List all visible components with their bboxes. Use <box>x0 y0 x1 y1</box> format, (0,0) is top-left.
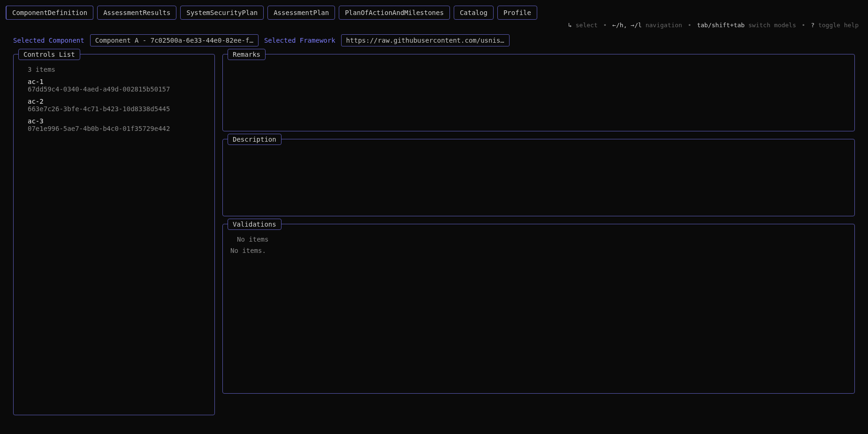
selected-framework-dropdown[interactable]: https://raw.githubusercontent.com/usnis… <box>341 34 510 46</box>
description-title: Description <box>228 134 282 145</box>
remarks-panel: Remarks <box>222 54 855 131</box>
remarks-title: Remarks <box>228 49 266 60</box>
tab-componentdefinition[interactable]: ComponentDefinition <box>6 6 93 20</box>
selector-row: Selected Component Component A - 7c02500… <box>6 34 862 46</box>
validations-count: No items <box>230 236 847 243</box>
left-column: Controls List 3 items ac-1 67dd59c4-0340… <box>13 54 215 415</box>
controls-count: 3 items <box>21 66 207 73</box>
control-item[interactable]: ac-1 67dd59c4-0340-4aed-a49d-002815b5015… <box>21 77 207 97</box>
hint-nav-label: navigation <box>646 22 682 29</box>
tab-assessmentresults[interactable]: AssessmentResults <box>97 6 176 20</box>
tab-planofactionandmilestones[interactable]: PlanOfActionAndMilestones <box>339 6 450 20</box>
validations-title: Validations <box>228 219 282 230</box>
hint-separator: • <box>688 22 692 29</box>
hint-select-label: select <box>576 22 598 29</box>
validations-panel: Validations No items No items. <box>222 224 855 394</box>
tab-systemsecurityplan[interactable]: SystemSecurityPlan <box>180 6 264 20</box>
right-column: Remarks Description Validations No items… <box>222 54 855 415</box>
validations-body: No items. <box>230 247 847 254</box>
control-id: ac-2 <box>28 98 207 105</box>
hint-bar: ↳ select • ←/h, →/l navigation • tab/shi… <box>6 22 862 29</box>
selected-component-dropdown[interactable]: Component A - 7c02500a-6e33-44e0-82ee-f… <box>90 34 259 46</box>
hint-help-key: ? <box>811 22 815 29</box>
control-uuid: 07e1e996-5ae7-4b0b-b4c0-01f35729e442 <box>28 125 207 132</box>
hint-separator: • <box>802 22 806 29</box>
control-id: ac-3 <box>28 117 207 125</box>
selected-component-label: Selected Component <box>13 37 84 44</box>
description-panel: Description <box>222 139 855 216</box>
hint-help-label: toggle help <box>818 22 859 29</box>
selected-framework-label: Selected Framework <box>264 37 335 44</box>
hint-select-key: ↳ <box>568 22 572 29</box>
hint-switch-label: switch models <box>748 22 796 29</box>
control-item[interactable]: ac-3 07e1e996-5ae7-4b0b-b4c0-01f35729e44… <box>21 116 207 136</box>
controls-list-panel: Controls List 3 items ac-1 67dd59c4-0340… <box>13 54 215 415</box>
hint-separator: • <box>603 22 607 29</box>
hint-nav-key: ←/h, →/l <box>612 22 642 29</box>
control-item[interactable]: ac-2 663e7c26-3bfe-4c71-b423-10d8338d544… <box>21 97 207 116</box>
main-content: Controls List 3 items ac-1 67dd59c4-0340… <box>6 54 862 415</box>
controls-list-title: Controls List <box>18 49 80 60</box>
tab-assessmentplan[interactable]: AssessmentPlan <box>267 6 335 20</box>
control-id: ac-1 <box>28 78 207 85</box>
hint-switch-key: tab/shift+tab <box>697 22 745 29</box>
control-uuid: 663e7c26-3bfe-4c71-b423-10d8338d5445 <box>28 105 207 113</box>
control-uuid: 67dd59c4-0340-4aed-a49d-002815b50157 <box>28 85 207 93</box>
tab-catalog[interactable]: Catalog <box>454 6 494 20</box>
tab-profile[interactable]: Profile <box>497 6 537 20</box>
tab-bar: ComponentDefinition AssessmentResults Sy… <box>6 6 862 20</box>
